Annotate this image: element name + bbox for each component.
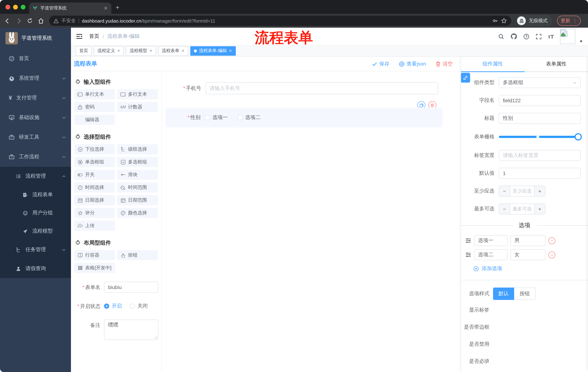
sidebar-item-payment[interactable]: ¥ 支付管理 — [0, 88, 71, 108]
palette-item-button[interactable]: 按钮 — [117, 250, 158, 260]
tab-process-model[interactable]: 流程模型✕ — [126, 46, 156, 55]
decrease-button[interactable]: − — [499, 186, 510, 196]
close-icon[interactable]: ✕ — [182, 49, 185, 53]
increase-button[interactable]: + — [535, 186, 545, 196]
tab-close-icon[interactable]: ✕ — [104, 5, 108, 11]
link-icon[interactable] — [461, 73, 470, 83]
phone-field-input[interactable]: 请输入手机号 — [206, 82, 438, 94]
add-option-button[interactable]: 添加选项 — [473, 265, 588, 272]
close-window-button[interactable] — [5, 5, 10, 10]
sidebar-item-user-group[interactable]: 用户分组 — [0, 204, 71, 222]
view-json-button[interactable]: 查看json — [399, 61, 426, 67]
title-input[interactable]: 性别 — [499, 113, 581, 124]
min-select-input[interactable]: 至少应选 — [510, 186, 535, 196]
option2-value-input[interactable]: 女 — [511, 249, 546, 260]
palette-item-slider[interactable]: 滑块 — [117, 170, 158, 180]
browser-menu-icon[interactable]: ⋮ — [573, 18, 577, 23]
font-size-icon[interactable]: тT — [548, 33, 554, 40]
gender-option1-checkbox[interactable]: 选项一 — [205, 114, 228, 121]
sidebar-item-home[interactable]: 首页 — [0, 49, 71, 68]
selected-component-gender[interactable]: *性别 选项一 选项二 — [166, 108, 442, 128]
panel-scrollbar[interactable] — [585, 57, 588, 372]
sidebar-item-workflow[interactable]: 工作流程 — [0, 147, 71, 167]
home-icon[interactable] — [38, 18, 44, 24]
fullscreen-icon[interactable] — [536, 33, 542, 40]
form-name-input[interactable]: biubiu — [104, 282, 158, 293]
tab-form-props[interactable]: 表单属性 — [525, 57, 588, 71]
palette-item-upload[interactable]: 上传 — [74, 221, 115, 231]
tab-process-form[interactable]: 流程表单✕ — [158, 46, 188, 55]
minimize-window-button[interactable] — [13, 5, 18, 10]
grid-slider[interactable] — [499, 136, 578, 138]
resize-handle-icon[interactable] — [154, 336, 157, 339]
palette-item-select[interactable]: 下拉选择 — [74, 144, 115, 154]
sidebar-item-infrastructure[interactable]: 基础设施 — [0, 108, 71, 128]
update-button[interactable]: 更新 ⋮ — [557, 16, 581, 26]
palette-item-cascader[interactable]: 级联选择 — [117, 144, 158, 154]
close-icon[interactable]: ✕ — [229, 49, 232, 53]
palette-item-row-container[interactable]: 行容器 — [74, 250, 115, 260]
palette-item-table[interactable]: 表格[开发中] — [74, 263, 115, 273]
palette-item-date-range[interactable]: 日期范围 — [117, 195, 158, 205]
palette-item-time[interactable]: 时间选择 — [74, 182, 115, 192]
option1-value-input[interactable]: 男 — [511, 235, 546, 246]
clear-button[interactable]: 清空 — [436, 61, 453, 67]
status-off-radio[interactable]: 关闭 — [130, 303, 148, 309]
back-icon[interactable] — [4, 18, 10, 24]
gender-option2-checkbox[interactable]: 选项二 — [238, 114, 261, 121]
avatar-caret-icon[interactable]: ▼ — [579, 39, 583, 43]
status-on-radio[interactable]: 开启 — [104, 303, 122, 309]
component-type-select[interactable]: 多选框组 — [499, 77, 581, 88]
field-name-input[interactable]: field122 — [499, 95, 581, 106]
forward-icon[interactable] — [16, 18, 22, 24]
style-button-button[interactable]: 按钮 — [514, 287, 536, 300]
remove-option-button[interactable]: − — [548, 237, 555, 244]
slider-handle[interactable] — [575, 133, 582, 140]
palette-item-editor[interactable]: 编辑器 — [74, 115, 115, 125]
palette-item-time-range[interactable]: 时间范围 — [117, 182, 158, 192]
palette-item-multi-text[interactable]: 多行文本 — [117, 89, 158, 99]
address-bar[interactable]: 不安全 dashboard.yudao.iocoder.cn/bpm/manag… — [49, 16, 511, 26]
label-width-input[interactable]: 请输入标签宽度 — [499, 150, 581, 161]
close-icon[interactable]: ✕ — [117, 49, 120, 53]
palette-item-counter[interactable]: 123计数器 — [117, 102, 158, 112]
drag-handle-icon[interactable] — [465, 238, 471, 243]
default-value-input[interactable]: 1 — [499, 168, 581, 179]
palette-item-password[interactable]: 密码 — [74, 102, 115, 112]
palette-item-single-text[interactable]: 单行文本 — [74, 89, 115, 99]
palette-item-rate[interactable]: 评分 — [74, 208, 115, 218]
help-icon[interactable] — [523, 33, 529, 40]
sidebar-item-task-mgmt[interactable]: 任务管理 — [0, 240, 71, 259]
increase-button[interactable]: + — [535, 204, 545, 214]
drag-handle-icon[interactable] — [465, 252, 471, 257]
search-icon[interactable] — [498, 33, 504, 40]
zoom-window-button[interactable] — [21, 5, 25, 10]
palette-item-checkbox-group[interactable]: 多选框组 — [117, 157, 158, 167]
tab-process-definition[interactable]: 流程定义✕ — [94, 46, 124, 55]
remove-option-button[interactable]: − — [548, 251, 555, 258]
bookmark-star-icon[interactable] — [501, 18, 507, 24]
style-default-button[interactable]: 默认 — [493, 287, 514, 300]
sidebar-item-devtools[interactable]: 研发工具 — [0, 128, 71, 147]
sidebar-item-leave-query[interactable]: 请假查询 — [0, 259, 71, 278]
decrease-button[interactable]: − — [499, 204, 510, 214]
sidebar-item-process-mgmt[interactable]: 流程管理 — [0, 167, 71, 186]
tab-home[interactable]: 首页 — [76, 46, 92, 55]
palette-item-color[interactable]: 颜色选择 — [117, 208, 158, 218]
sidebar-item-process-form[interactable]: 流程表单 — [0, 186, 71, 204]
tab-component-props[interactable]: 组件属性 — [461, 57, 525, 71]
palette-item-radio-group[interactable]: 单选框组 — [74, 157, 115, 167]
max-select-input[interactable]: 最多可选 — [510, 204, 535, 214]
palette-item-date[interactable]: 日期选择 — [74, 195, 115, 205]
sidebar-logo[interactable]: 芋道管理系统 — [0, 28, 71, 49]
github-icon[interactable] — [510, 33, 517, 40]
palette-item-switch[interactable]: 开关 — [74, 170, 115, 180]
key-icon[interactable] — [492, 18, 498, 24]
tab-process-form-edit[interactable]: 流程表单-编辑✕ — [190, 46, 236, 55]
sidebar-item-system[interactable]: 系统管理 — [0, 68, 71, 88]
option1-label-input[interactable]: 选项一 — [474, 235, 508, 246]
phone-field-row[interactable]: *手机号 请输入手机号 — [162, 82, 461, 94]
option2-label-input[interactable]: 选项二 — [474, 249, 508, 260]
close-icon[interactable]: ✕ — [149, 49, 152, 53]
reload-icon[interactable] — [27, 18, 33, 24]
